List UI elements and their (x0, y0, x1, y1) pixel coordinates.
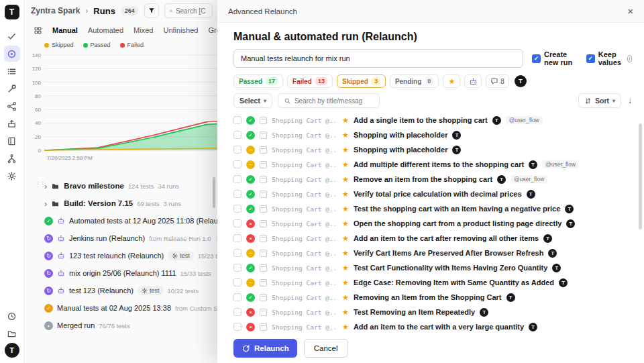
tab-automated[interactable]: Automated (88, 26, 123, 34)
run-title[interactable]: 123 test relaunch (Relaunch) (69, 252, 164, 260)
test-title[interactable]: Edge Case: Removing Item with Same Quant… (354, 278, 554, 287)
create-new-run-checkbox[interactable]: ✓ Create new run (532, 50, 578, 66)
test-row[interactable]: ✓ Shopping Cart @... ★ Remove an item fr… (233, 172, 632, 187)
branches-nav-icon[interactable] (4, 150, 20, 166)
assignee-avatar[interactable]: T (452, 131, 461, 140)
tools-nav-icon[interactable] (4, 81, 20, 97)
filter-button[interactable] (144, 3, 159, 18)
row-checkbox[interactable] (233, 116, 241, 124)
assignee-filter-avatar[interactable]: T (515, 75, 527, 87)
test-row[interactable]: × Shopping Cart @... ★ Add an item to th… (233, 319, 632, 333)
row-checkbox[interactable] (233, 219, 241, 227)
user-avatar[interactable]: T (5, 343, 19, 358)
row-checkbox[interactable] (233, 175, 241, 183)
test-title[interactable]: Open the shopping cart from a product li… (354, 219, 561, 227)
test-row[interactable]: × Shopping Cart @... ★ Test Removing an … (233, 305, 632, 319)
modal-scrollbar[interactable] (639, 123, 642, 229)
test-row[interactable]: ✓ Shopping Cart @... ★ Shopping with pla… (233, 127, 632, 142)
row-checkbox[interactable] (233, 278, 241, 287)
filter-chip-passed[interactable]: Passed17 (233, 74, 283, 88)
integrations-nav-icon[interactable] (4, 98, 20, 114)
comments-filter-chip[interactable]: 8 (486, 74, 509, 88)
test-row[interactable]: × Shopping Cart @... ★ Open the shopping… (233, 216, 632, 231)
test-row[interactable]: − Shopping Cart @... ★ Add multiple diff… (233, 157, 632, 172)
row-checkbox[interactable] (233, 190, 241, 198)
row-checkbox[interactable] (233, 146, 241, 154)
test-row[interactable]: ✓ Shopping Cart @... ★ Test the shopping… (233, 201, 632, 216)
test-title[interactable]: Shopping with placeholder (354, 131, 448, 139)
test-title[interactable]: Verify total price calculation with deci… (354, 190, 522, 198)
test-title[interactable]: Add an item to the cart after removing a… (354, 234, 539, 242)
test-list-nav-icon[interactable] (4, 63, 20, 79)
row-checkbox[interactable] (233, 160, 241, 168)
run-title[interactable]: Build: Version 7.15 (64, 199, 133, 207)
run-title[interactable]: Bravo milestone (64, 182, 123, 190)
run-title[interactable]: Automated tests at 12 Aug 2025 11:08 (Re… (69, 217, 232, 225)
relaunch-button[interactable]: Relaunch (233, 339, 297, 358)
chevron-right-icon[interactable]: › (44, 182, 47, 191)
filter-chip-skipped[interactable]: Skipped3 (337, 74, 386, 88)
assignee-avatar[interactable]: T (527, 190, 535, 199)
run-name-input[interactable] (233, 49, 523, 68)
run-title[interactable]: mix origin 25/06 (Relaunch) 1111 (69, 269, 176, 277)
test-title[interactable]: Shopping with placeholder (354, 146, 448, 154)
assignee-avatar[interactable]: T (566, 219, 575, 228)
row-checkbox[interactable] (233, 308, 241, 316)
star-filter-chip[interactable]: ★ (443, 74, 460, 88)
test-title[interactable]: Test Removing an Item Repeatedly (354, 308, 475, 316)
docs-nav-icon[interactable] (4, 133, 20, 149)
select-dropdown[interactable]: Select▾ (233, 93, 272, 108)
row-checkbox[interactable] (233, 234, 241, 242)
test-row[interactable]: ✓ Shopping Cart @... ★ Verify total pric… (233, 187, 632, 201)
run-title[interactable]: Jenkins run (Relaunch) (69, 234, 145, 242)
assignee-avatar[interactable]: T (559, 278, 568, 287)
row-checkbox[interactable] (233, 323, 241, 331)
projects-folder-icon[interactable] (4, 325, 20, 342)
test-row[interactable]: − Shopping Cart @... ★ Edge Case: Removi… (233, 275, 632, 290)
info-icon[interactable]: i (627, 55, 632, 62)
assignee-avatar[interactable]: T (552, 264, 561, 272)
run-title[interactable]: Manual tests at 02 Aug 2025 13:38 (57, 304, 171, 312)
assignee-avatar[interactable]: T (506, 293, 515, 302)
row-checkbox[interactable] (233, 264, 241, 272)
test-title[interactable]: Test Cart Functionality with Items Havin… (354, 264, 548, 272)
test-title[interactable]: Removing an Item from the Shopping Cart (354, 293, 502, 301)
tab-manual[interactable]: Manual (52, 26, 78, 34)
test-row[interactable]: × Shopping Cart @... ★ Add an item to th… (233, 231, 632, 246)
test-title[interactable]: Add an item to the cart with a very larg… (354, 323, 524, 331)
export-nav-icon[interactable] (4, 115, 20, 132)
workspace-name[interactable]: Zyntra Spark (31, 6, 80, 15)
assignee-avatar[interactable]: T (497, 175, 506, 184)
assignee-avatar[interactable]: T (529, 160, 537, 169)
test-row[interactable]: − Shopping Cart @... ★ Verify Cart Items… (233, 246, 632, 260)
checks-nav-icon[interactable] (4, 28, 20, 44)
filter-chip-failed[interactable]: Failed13 (287, 74, 333, 88)
settings-gear-icon[interactable] (4, 168, 20, 184)
filter-chip-pending[interactable]: Pending0 (390, 74, 439, 88)
sort-dropdown[interactable]: Sort ▾ (578, 93, 621, 108)
history-icon[interactable] (4, 308, 20, 324)
chevron-right-icon[interactable]: › (44, 199, 47, 208)
automated-filter-chip[interactable] (464, 74, 482, 88)
assignee-avatar[interactable]: T (452, 146, 461, 154)
runs-nav-icon[interactable] (4, 46, 20, 62)
test-title[interactable]: Test the shopping cart with an item havi… (354, 205, 560, 213)
test-row[interactable]: − Shopping Cart @... ★ Shopping with pla… (233, 142, 632, 157)
row-checkbox[interactable] (233, 249, 241, 257)
test-search-input[interactable] (294, 97, 370, 105)
modal-close-icon[interactable]: × (627, 5, 633, 17)
test-title[interactable]: Add multiple different items to the shop… (354, 160, 524, 168)
test-row[interactable]: ✓ Shopping Cart @... ★ Removing an Item … (233, 290, 632, 305)
page-scrollbar[interactable] (213, 177, 215, 208)
row-checkbox[interactable] (233, 131, 241, 139)
assignee-avatar[interactable]: T (529, 323, 537, 331)
app-logo[interactable]: T (5, 5, 19, 19)
tab-mixed[interactable]: Mixed (133, 26, 153, 34)
assignee-avatar[interactable]: T (543, 234, 552, 243)
sort-direction-icon[interactable]: ↓ (628, 96, 632, 105)
assignee-avatar[interactable]: T (480, 308, 488, 317)
tab-unfinished[interactable]: Unfinished (163, 26, 198, 34)
row-checkbox[interactable] (233, 293, 241, 301)
assignee-avatar[interactable]: T (492, 116, 501, 125)
run-title[interactable]: test 123 (Relaunch) (69, 287, 133, 295)
